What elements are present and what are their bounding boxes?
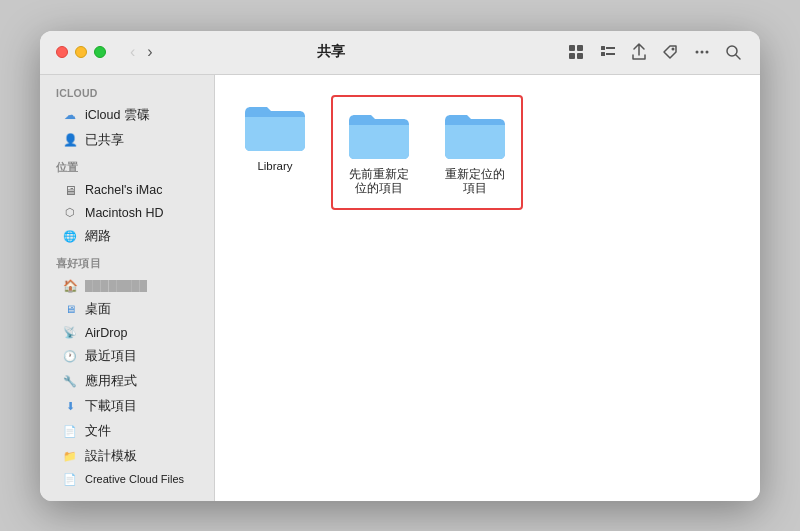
- sidebar-label-rachels-imac: Rachel's iMac: [85, 183, 162, 197]
- sidebar-section-title-icloud: iCloud: [40, 87, 214, 103]
- svg-rect-6: [601, 52, 605, 56]
- sidebar-section-title-location: 位置: [40, 161, 214, 179]
- downloads-icon: ⬇: [62, 400, 78, 413]
- svg-text:∨: ∨: [616, 48, 617, 57]
- sidebar-section-title-favorites: 喜好項目: [40, 257, 214, 275]
- sidebar-item-applications[interactable]: 🔧 應用程式: [46, 369, 208, 394]
- tag-button[interactable]: [659, 41, 681, 63]
- folder-library-label: Library: [257, 159, 292, 174]
- folder-library[interactable]: Library: [235, 95, 315, 180]
- maximize-button[interactable]: [94, 46, 106, 58]
- svg-line-16: [736, 55, 740, 59]
- minimize-button[interactable]: [75, 46, 87, 58]
- creative-cloud-icon: 📄: [62, 473, 78, 486]
- sidebar-label-home: ████████: [85, 280, 147, 292]
- search-button[interactable]: [723, 42, 744, 63]
- sidebar-label-desktop: 桌面: [85, 301, 111, 318]
- applications-icon: 🔧: [62, 375, 78, 388]
- svg-rect-2: [569, 53, 575, 59]
- sidebar-label-downloads: 下載項目: [85, 398, 137, 415]
- svg-rect-0: [569, 45, 575, 51]
- finder-window: ‹ › 共享 ∨ ∨: [40, 31, 760, 501]
- sidebar-label-creative-cloud: Creative Cloud Files: [85, 473, 184, 485]
- svg-rect-7: [606, 47, 615, 49]
- home-icon: 🏠: [62, 279, 78, 293]
- folder-relocated-icon: [443, 109, 507, 161]
- sidebar-item-icloud-drive[interactable]: ☁ iCloud 雲碟: [46, 103, 208, 128]
- content-area: Library 先前重新定位的項目: [215, 75, 760, 501]
- sidebar-item-network[interactable]: 🌐 網路: [46, 224, 208, 249]
- documents-icon: 📄: [62, 425, 78, 438]
- titlebar: ‹ › 共享 ∨ ∨: [40, 31, 760, 75]
- share-button[interactable]: [629, 41, 649, 63]
- sidebar-label-airdrop: AirDrop: [85, 326, 127, 340]
- sidebar-section-icloud: iCloud ☁ iCloud 雲碟 👤 已共享: [40, 87, 214, 153]
- folder-prev-relocated-label: 先前重新定位的項目: [345, 167, 413, 197]
- hd-icon: ⬡: [62, 206, 78, 219]
- sidebar-label-icloud-drive: iCloud 雲碟: [85, 107, 150, 124]
- sidebar-item-creative-cloud[interactable]: 📄 Creative Cloud Files: [46, 469, 208, 490]
- sidebar-label-network: 網路: [85, 228, 111, 245]
- network-icon: 🌐: [62, 230, 78, 243]
- svg-rect-1: [577, 45, 583, 51]
- folder-relocated[interactable]: 重新定位的項目: [435, 103, 515, 203]
- imac-icon: 🖥: [62, 183, 78, 198]
- svg-point-12: [701, 51, 704, 54]
- view-grid-button[interactable]: ∨: [565, 41, 587, 63]
- view-list-button[interactable]: ∨: [597, 41, 619, 63]
- traffic-lights: [56, 46, 106, 58]
- sidebar-label-macintosh-hd: Macintosh HD: [85, 206, 164, 220]
- sidebar-label-applications: 應用程式: [85, 373, 137, 390]
- files-grid: Library 先前重新定位的項目: [235, 95, 740, 211]
- svg-rect-3: [577, 53, 583, 59]
- sidebar-section-location: 位置 🖥 Rachel's iMac ⬡ Macintosh HD 🌐 網路: [40, 161, 214, 249]
- airdrop-icon: 📡: [62, 326, 78, 339]
- sidebar-item-recents[interactable]: 🕐 最近項目: [46, 344, 208, 369]
- sidebar-item-design-templates[interactable]: 📁 設計模板: [46, 444, 208, 469]
- svg-text:∨: ∨: [710, 50, 711, 59]
- svg-rect-5: [601, 46, 605, 50]
- design-templates-icon: 📁: [62, 450, 78, 463]
- shared-icon: 👤: [62, 133, 78, 147]
- svg-rect-8: [606, 53, 615, 55]
- icloud-icon: ☁: [62, 108, 78, 122]
- svg-point-11: [696, 51, 699, 54]
- folder-prev-relocated-icon: [347, 109, 411, 161]
- sidebar-label-design-templates: 設計模板: [85, 448, 137, 465]
- sidebar-item-desktop[interactable]: 🖥 桌面: [46, 297, 208, 322]
- svg-point-10: [672, 48, 675, 51]
- sidebar-item-rachels-imac[interactable]: 🖥 Rachel's iMac: [46, 179, 208, 202]
- selection-box: 先前重新定位的項目 重新定位的項目: [331, 95, 523, 211]
- folder-relocated-label: 重新定位的項目: [441, 167, 509, 197]
- svg-point-13: [706, 51, 709, 54]
- sidebar-item-airdrop[interactable]: 📡 AirDrop: [46, 322, 208, 344]
- sidebar-label-recents: 最近項目: [85, 348, 137, 365]
- sidebar-item-shared[interactable]: 👤 已共享: [46, 128, 208, 153]
- folder-library-icon: [243, 101, 307, 153]
- sidebar-label-documents: 文件: [85, 423, 111, 440]
- desktop-icon: 🖥: [62, 303, 78, 315]
- folder-prev-relocated[interactable]: 先前重新定位的項目: [339, 103, 419, 203]
- recents-icon: 🕐: [62, 350, 78, 363]
- toolbar-actions: ∨ ∨: [565, 41, 744, 63]
- main-area: iCloud ☁ iCloud 雲碟 👤 已共享 位置 🖥 Rachel's i…: [40, 75, 760, 501]
- sidebar: iCloud ☁ iCloud 雲碟 👤 已共享 位置 🖥 Rachel's i…: [40, 75, 215, 501]
- close-button[interactable]: [56, 46, 68, 58]
- window-title: 共享: [109, 43, 553, 61]
- sidebar-label-shared: 已共享: [85, 132, 124, 149]
- more-button[interactable]: ∨: [691, 41, 713, 63]
- sidebar-item-macintosh-hd[interactable]: ⬡ Macintosh HD: [46, 202, 208, 224]
- sidebar-section-favorites: 喜好項目 🏠 ████████ 🖥 桌面 📡 AirDrop 🕐 最近項目: [40, 257, 214, 490]
- sidebar-item-home[interactable]: 🏠 ████████: [46, 275, 208, 297]
- sidebar-item-downloads[interactable]: ⬇ 下載項目: [46, 394, 208, 419]
- sidebar-item-documents[interactable]: 📄 文件: [46, 419, 208, 444]
- svg-text:∨: ∨: [584, 48, 585, 57]
